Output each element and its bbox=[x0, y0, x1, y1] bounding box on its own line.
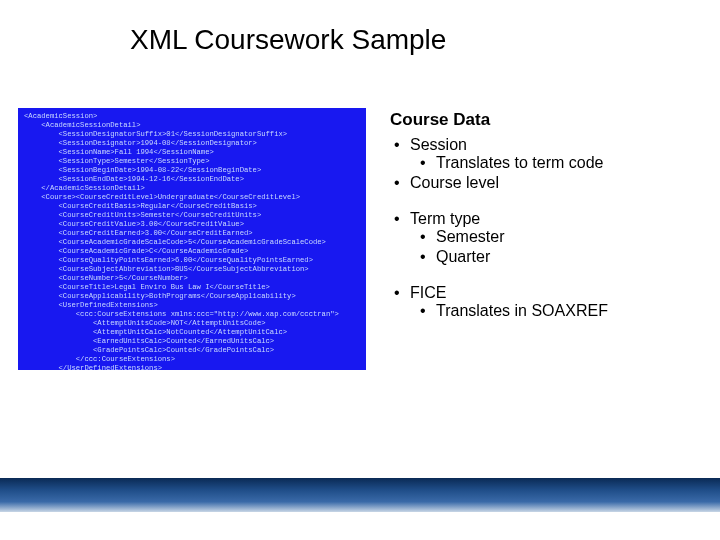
content-column: Course Data SessionTranslates to term co… bbox=[390, 110, 700, 338]
xml-code-block: <AcademicSession> <AcademicSessionDetail… bbox=[18, 108, 366, 370]
slide-title: XML Coursework Sample bbox=[130, 24, 446, 56]
bullet-level-2: Quarter bbox=[410, 248, 700, 266]
bullet-level-1: SessionTranslates to term code bbox=[390, 136, 700, 172]
bullet-level-2: Translates in SOAXREF bbox=[410, 302, 700, 320]
footer-band bbox=[0, 478, 720, 512]
content-heading: Course Data bbox=[390, 110, 700, 130]
bullet-level-2: Semester bbox=[410, 228, 700, 246]
bullet-level-1: Term typeSemesterQuarter bbox=[390, 210, 700, 266]
bullet-level-2: Translates to term code bbox=[410, 154, 700, 172]
bullet-level-1: Course level bbox=[390, 174, 700, 192]
bullet-level-1: FICETranslates in SOAXREF bbox=[390, 284, 700, 320]
